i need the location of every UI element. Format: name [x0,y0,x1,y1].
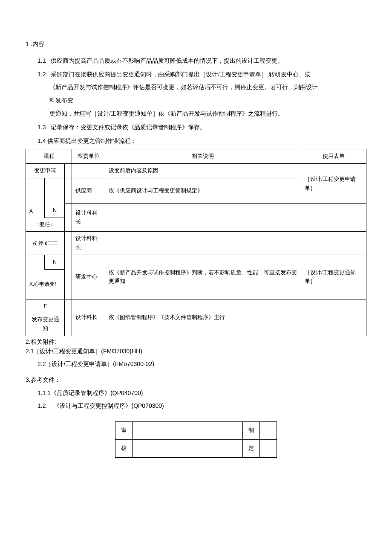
cell-r2-c [65,178,72,203]
p-3-12: 1.2 《设计与工程变更控制程序》(QP070300) [37,399,366,413]
s2-title: 2.相关附件: [26,337,366,346]
cell-r5-a [26,255,45,270]
table-header-row: 流程 权责单位 相关说明 使用表单 [26,149,366,164]
cell-r3-unit: 设计科科长 [72,203,105,231]
p-1-2: 1.2采购部门在接获供应商提出变更通知时，由采购部门提出［设计/工程变更申请单］… [37,68,366,81]
p-1-3: 1.3记录保存：变更文件或记录依《品质记录管制程序》保存。 [37,121,366,134]
sig-blank-2 [133,439,243,457]
sig-blank-1b [260,422,277,440]
p-1-4: 1.4 供应商提出变更之管制作业流程： [37,134,366,148]
sig-row-2: 核 定 [115,439,277,457]
sig-a2: 核 [115,439,133,457]
cell-r3-form [301,203,366,231]
section-1: 1 .内容 1.1供应商为提高产品品质或在不影响产品品质可降低成本的情况下，提出… [26,38,366,147]
p-3-11: 1.1 1《品质记录管制程序》(QP040700) [37,386,366,400]
cell-r3-sp [65,203,72,231]
form-line-a: ［设计/工程变更申请 [305,176,356,182]
signature-table: 审 制 核 定 [115,421,277,458]
table-row: N 研发中心 依《新产品开发与试作控制程序》判断，若不影响质量、性能，可直接发布… [26,255,366,270]
p-2-1: 2.1［设计/工程变更通知单］(FMO7030(HH) [26,346,366,356]
cell-r4-unit: 设计科科长 [72,232,105,255]
cell-r6-form [301,299,366,336]
form-line-b: 单］ [305,185,316,191]
cell-r1-desc: 设变前后内容及原因 [105,164,301,178]
p-1-2b: 《新产品开发与试作控制程序》评估是否可变更，如若评估后不可行，则停止变更。若可行… [49,81,366,94]
num-1-1: 1.1 [37,57,46,64]
table-row: γζ 停 ıl三三 设计科科长 [26,232,366,255]
section-2: 2.相关附件: 2.1［设计/工程变更通知单］(FMO7030(HH) 2.2［… [26,337,366,369]
num-1-3: 1.3 [37,124,46,131]
table-row: 变更申请 设变前后内容及原因 ［设计/工程变更申请单］ [26,164,366,178]
cell-r5-desc: 依《新产品开发与试作控制程序》判断，若不影响质量、性能，可直接发布变更通知 [105,255,301,299]
sig-b2: 定 [243,439,260,457]
cell-r1-form: ［设计/工程变更申请单］ [301,164,366,204]
p-1-2d: 更通知，并填写［设计/工程变更通知单］依《新产品开发与试作控制程序》之流程进行。 [49,108,366,121]
flow-table: 流程 权责单位 相关说明 使用表单 变更申请 设变前后内容及原因 ［设计/工程变… [26,149,366,336]
cell-r2-b [45,178,65,203]
s3-title: 3.参考文件： [26,373,366,386]
th-flow: 流程 [26,149,72,164]
cell-r5-sp1 [65,255,72,270]
cell-r2-desc: 依《供应商设计与工程变更管制规定》 [105,178,301,203]
num-1-2: 1.2 [37,71,46,78]
txt-1-2a: 采购部门在接获供应商提出变更通知时，由采购部门提出［设计/工程变更申请单］,转研… [51,71,310,78]
cell-r4-form [301,232,366,255]
cell-r5-sp2 [65,269,72,299]
cell-r6a-left: Γ [26,299,65,313]
section-3: 3.参考文件： 1.1 1《品质记录管制程序》(QP040700) 1.2 《设… [26,373,366,413]
p-2-2: 2.2［设计/工程变更申请单］(FMo70300-02) [37,359,366,369]
cell-r5-n: N [45,255,65,270]
cell-r3b-left: :亚任 / [26,218,65,232]
txt-1-3: 记录保存：变更文件或记录依《品质记录管制程序》保存。 [51,124,206,131]
table-row: Γ 设计科长 依《图纸管制程序》《技术文件管制程序》进行 [26,299,366,313]
th-desc: 相关说明 [105,149,301,164]
cell-r4-left: γζ 停 ıl三三 [26,232,65,255]
cell-r5b-left: X.心申请变/ [26,269,65,299]
cell-r6-unit: 设计科长 [72,299,105,336]
cell-r4-desc [105,232,301,255]
cell-r1-flow: 变更申请 [26,164,65,178]
sig-a1: 审 [115,422,133,440]
cell-r4-sp [65,232,72,255]
cell-r5-unit: 研发中心 [72,255,105,299]
cell-r2-unit: 供应商 [72,178,105,203]
s1-title: 1 .内容 [26,38,366,51]
p-1-2c: 科发布变 [49,94,366,108]
sig-b1: 制 [243,422,260,440]
cell-r3-a: A [26,203,45,218]
cell-r6b-left: 发布变更通知 [26,313,65,336]
cell-r6-desc: 依《图纸管制程序》《技术文件管制程序》进行 [105,299,301,336]
cell-r6-sp [65,299,72,336]
cell-r5-form: ［设计/工程变更通知单］ [301,255,366,299]
cell-r1-sp [65,164,72,178]
cell-r1-unit [72,164,105,178]
th-unit: 权责单位 [72,149,105,164]
p-1-1: 1.1供应商为提高产品品质或在不影响产品品质可降低成本的情况下，提出的设计工程变… [37,54,366,68]
txt-3-12: 《设计与工程变更控制程序》(QP070300) [54,402,164,409]
txt-1-1: 供应商为提高产品品质或在不影响产品品质可降低成本的情况下，提出的设计工程变更。 [51,58,283,64]
cell-r3-n: N [45,203,65,218]
th-form: 使用表单 [301,149,366,164]
sig-blank-1 [133,422,243,440]
cell-r3-desc [105,203,301,231]
sig-blank-2b [260,439,277,457]
cell-r2-a [26,178,45,203]
num-3-12: 1.2 [37,402,46,409]
table-row: A N 设计科科长 [26,203,366,218]
sig-row-1: 审 制 [115,422,277,440]
